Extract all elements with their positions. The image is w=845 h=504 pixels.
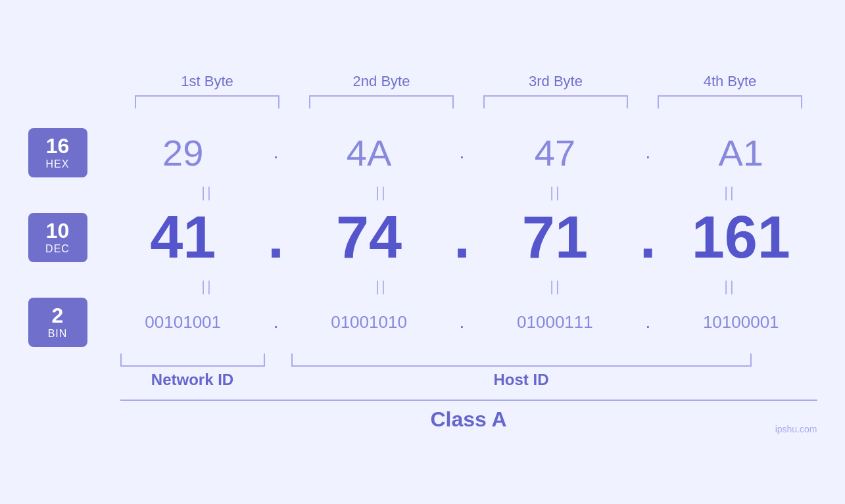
byte-label-2: 2nd Byte: [309, 73, 454, 90]
dec-b4: 161: [669, 204, 813, 271]
network-id-label: Network ID: [120, 371, 265, 389]
dot-hex-3: .: [635, 142, 661, 163]
eq-6: ||: [309, 278, 454, 295]
bin-values: 00101001 . 01001010 . 01000111 . 1010000…: [107, 311, 817, 332]
dot-bin-3: .: [635, 311, 661, 332]
eq-2: ||: [309, 184, 454, 201]
eq-3: ||: [483, 184, 628, 201]
dec-b3: 71: [483, 204, 627, 271]
bin-b1: 00101001: [110, 312, 255, 332]
eq-1: ||: [135, 184, 279, 201]
dec-b1: 41: [110, 204, 255, 271]
byte-label-1: 1st Byte: [135, 73, 279, 90]
bin-row: 2 BIN 00101001 . 01001010 . 01000111 . 1…: [28, 298, 817, 347]
bin-badge: 2 BIN: [28, 298, 87, 347]
host-id-label: Host ID: [291, 371, 752, 389]
hex-b1: 29: [110, 131, 255, 174]
dec-values: 41 . 74 . 71 . 161: [107, 204, 817, 271]
dot-bin-1: .: [263, 311, 289, 332]
bracket-top-3: [483, 95, 628, 108]
eq-8: ||: [658, 278, 802, 295]
dec-badge: 10 DEC: [28, 213, 87, 262]
bracket-top-4: [658, 95, 802, 108]
bin-b2: 01001010: [297, 312, 441, 332]
eq-5: ||: [135, 278, 279, 295]
dec-b2: 74: [297, 204, 441, 271]
ip-breakdown-container: 1st Byte 2nd Byte 3rd Byte 4th Byte 16 H…: [28, 73, 817, 432]
dot-dec-2: .: [448, 204, 475, 271]
equals-row-1: || || || ||: [120, 184, 817, 201]
dot-hex-1: .: [263, 142, 289, 163]
bracket-net: [120, 354, 265, 367]
bracket-bottom-row: [120, 354, 817, 367]
bracket-top-row: [120, 95, 817, 108]
class-label: Class A: [430, 407, 506, 432]
dec-base-num: 10: [46, 219, 70, 242]
dot-bin-2: .: [448, 311, 475, 332]
bracket-host: [291, 354, 752, 367]
bin-b4: 10100001: [669, 312, 813, 332]
eq-7: ||: [483, 278, 628, 295]
hex-badge: 16 HEX: [28, 128, 87, 177]
byte-label-3: 3rd Byte: [483, 73, 628, 90]
byte-label-4: 4th Byte: [658, 73, 802, 90]
bin-base-label: BIN: [48, 328, 68, 340]
dot-hex-2: .: [448, 142, 475, 163]
equals-row-2: || || || ||: [120, 278, 817, 295]
hex-row: 16 HEX 29 . 4A . 47 . A1: [28, 128, 817, 177]
hex-b3: 47: [483, 131, 627, 174]
bracket-top-2: [309, 95, 454, 108]
hex-b4: A1: [669, 131, 813, 174]
dot-dec-1: .: [263, 204, 289, 271]
watermark: ipshu.com: [775, 424, 817, 434]
class-row: Class A ipshu.com: [120, 400, 817, 432]
bin-b3: 01000111: [483, 312, 627, 332]
bin-base-num: 2: [52, 304, 64, 327]
hex-base-label: HEX: [46, 158, 70, 170]
hex-base-num: 16: [46, 135, 70, 158]
hex-b2: 4A: [297, 131, 441, 174]
byte-labels-row: 1st Byte 2nd Byte 3rd Byte 4th Byte: [120, 73, 817, 90]
eq-4: ||: [658, 184, 802, 201]
hex-values: 29 . 4A . 47 . A1: [107, 131, 817, 174]
dec-row: 10 DEC 41 . 74 . 71 . 161: [28, 204, 817, 271]
bracket-top-1: [135, 95, 279, 108]
dot-dec-3: .: [635, 204, 661, 271]
dec-base-label: DEC: [45, 243, 70, 255]
id-labels-row: Network ID Host ID: [120, 371, 817, 389]
